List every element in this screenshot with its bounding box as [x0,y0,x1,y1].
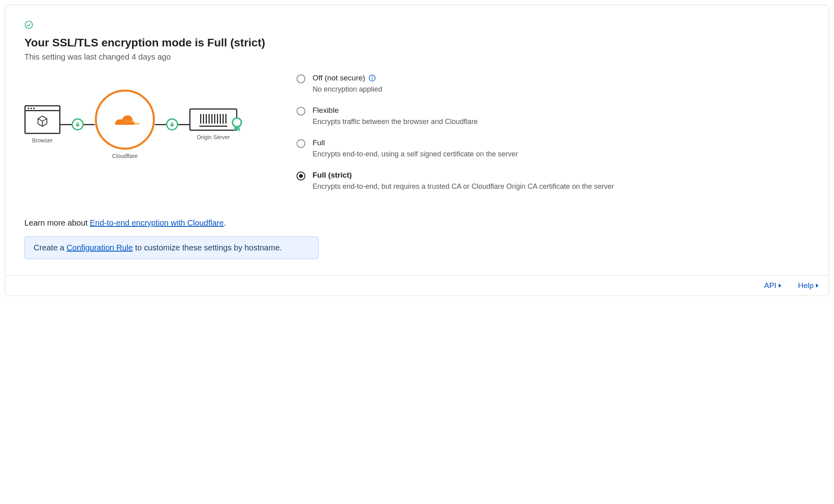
svg-point-3 [233,118,241,127]
option-full-title: Full [313,138,518,147]
option-full-desc: Encrypts end-to-end, using a self signed… [313,149,518,160]
configuration-rule-link[interactable]: Configuration Rule [66,243,133,252]
option-full: Full Encrypts end-to-end, using a self s… [297,138,810,160]
diagram-origin-node: Origin Server [189,108,237,140]
encryption-mode-options: Off (not secure) No encryption applied F… [297,74,810,203]
connector-cf-origin [155,118,189,130]
option-full-strict-title: Full (strict) [313,171,614,180]
page-title: Your SSL/TLS encryption mode is Full (st… [24,36,810,49]
diagram-browser-node: Browser [24,105,60,144]
option-flexible-title: Flexible [313,106,478,115]
chevron-right-icon [778,283,782,288]
help-link[interactable]: Help [798,281,819,290]
diagram-browser-label: Browser [24,137,60,144]
cube-icon [36,115,49,128]
certificate-badge-icon [231,117,243,134]
cloudflare-logo-icon [95,90,155,150]
checkmark-circle-icon [24,20,810,31]
option-flexible-desc: Encrypts traffic between the browser and… [313,116,478,127]
ssl-tls-card: Your SSL/TLS encryption mode is Full (st… [5,5,829,296]
lock-icon [166,118,178,130]
svg-point-5 [372,76,373,77]
lock-icon [72,118,84,130]
option-flexible: Flexible Encrypts traffic between the br… [297,106,810,127]
radio-full-strict[interactable] [297,172,305,180]
learn-more-text: Learn more about End-to-end encryption w… [24,218,810,228]
radio-flexible[interactable] [297,107,305,116]
svg-point-0 [25,21,32,28]
card-footer: API Help [5,275,829,296]
option-full-strict: Full (strict) Encrypts end-to-end, but r… [297,171,810,192]
api-link[interactable]: API [764,281,782,290]
chevron-right-icon [815,283,819,288]
browser-icon [24,105,60,134]
diagram-cloudflare-node: Cloudflare [95,90,155,159]
encryption-diagram: Browser [24,74,281,159]
svg-rect-6 [372,78,373,80]
diagram-origin-label: Origin Server [189,134,237,140]
diagram-cloudflare-label: Cloudflare [95,153,155,159]
radio-off[interactable] [297,74,305,83]
option-off-desc: No encryption applied [313,84,382,95]
info-icon[interactable] [369,74,376,82]
svg-rect-1 [76,124,79,126]
option-full-strict-desc: Encrypts end-to-end, but requires a trus… [313,181,614,192]
radio-full[interactable] [297,139,305,148]
option-off: Off (not secure) No encryption applied [297,74,810,95]
svg-rect-2 [171,124,174,126]
configuration-rule-banner: Create a Configuration Rule to customize… [24,236,319,259]
option-off-title: Off (not secure) [313,74,382,82]
last-changed-text: This setting was last changed 4 days ago [24,52,810,62]
learn-more-link[interactable]: End-to-end encryption with Cloudflare [90,218,224,227]
connector-browser-cf [60,118,95,130]
server-icon [189,108,237,131]
card-body: Your SSL/TLS encryption mode is Full (st… [5,5,829,275]
